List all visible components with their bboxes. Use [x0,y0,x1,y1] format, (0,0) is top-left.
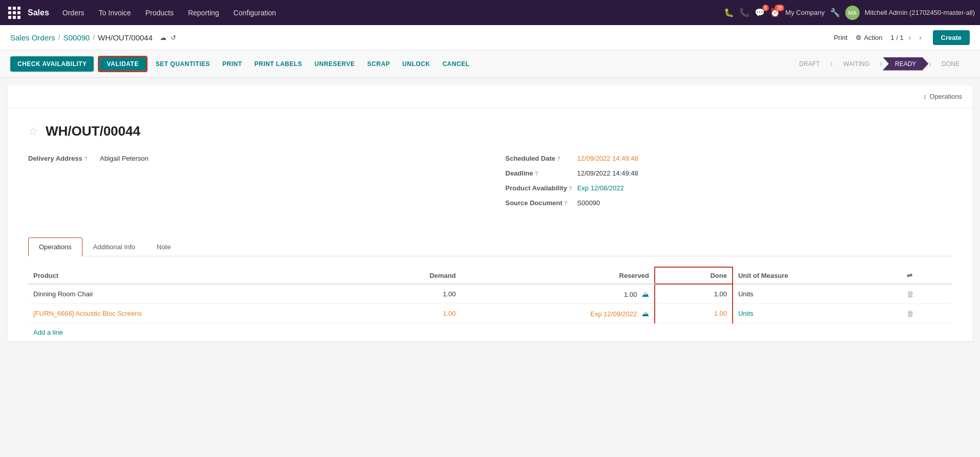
tab-operations[interactable]: Operations [28,237,82,256]
filter-options-icon[interactable]: ⇌ [907,272,912,279]
source-document-value: S00090 [577,199,600,207]
settings-icon[interactable]: 🔧 [830,8,840,17]
delete-row1[interactable]: 🗑 [902,284,952,304]
cloud-save-icon[interactable]: ☁ [160,34,166,41]
delete-row2-button[interactable]: 🗑 [907,309,914,318]
favorite-star-icon[interactable]: ☆ [28,125,38,138]
breadcrumb-bar: Sales Orders / S00090 / WH/OUT/00044 ☁ ↺… [0,25,980,50]
table-row: [FURN_6666] Acoustic Bloc Screens 1.00 E… [28,304,952,323]
print-button[interactable]: Print [834,34,848,41]
user-name[interactable]: Mitchell Admin (21702450-master-all) [865,9,975,16]
deadline-value[interactable]: 12/09/2022 14:49:48 [577,169,638,177]
deadline-label: Deadline ? [506,169,572,177]
help-icon-deadline[interactable]: ? [535,170,538,177]
nav-reporting[interactable]: Reporting [182,6,225,20]
delivery-address-value[interactable]: Abigail Peterson [100,155,149,162]
brand-label[interactable]: Sales [28,8,49,17]
help-icon-scheduled[interactable]: ? [557,156,560,162]
next-record-button[interactable]: › [916,33,924,42]
operations-header-bar: ↕ Operations [8,85,972,108]
delivery-address-field: Delivery Address ? Abigail Peterson [28,155,475,162]
bug-icon[interactable]: 🐛 [724,8,734,17]
messages-badge: 8 [762,5,769,11]
product-availability-value: Exp 12/08/2022 [577,184,624,192]
form-right-col: Scheduled Date ? 12/09/2022 14:49:48 Dea… [506,155,952,214]
nav-orders[interactable]: Orders [56,6,91,20]
col-header-demand: Demand [359,267,461,284]
uom-row2: Units [733,304,902,323]
apps-menu-button[interactable] [5,4,24,22]
tab-note[interactable]: Note [146,237,181,256]
status-done: DONE [931,57,970,71]
operations-sidebar-label[interactable]: ↕ Operations [923,93,962,100]
nav-products[interactable]: Products [139,6,180,20]
record-title: WH/OUT/00044 [46,123,140,139]
tabs-container: Operations Additional Info Note [28,237,952,256]
print-button[interactable]: PRINT [218,56,246,72]
col-header-done: Done [655,267,733,284]
phone-icon[interactable]: 📞 [739,8,749,17]
table-row: Dinning Room Chair 1.00 1.00 ⛰ 1.00 Unit… [28,284,952,304]
operations-table: Product Demand Reserved Done Unit of Mea… [28,267,952,323]
breadcrumb-s00090[interactable]: S00090 [63,33,90,42]
col-header-reserved: Reserved [461,267,655,284]
main-content: ↕ Operations ☆ WH/OUT/00044 Delivery Add… [0,85,980,341]
breadcrumb-actions: ☁ ↺ [160,34,176,41]
check-availability-button[interactable]: CHECK AVAILABILITY [10,56,94,72]
breadcrumb-right-actions: Print ⚙ Action 1 / 1 ‹ › Create [834,30,970,45]
scrap-button[interactable]: SCRAP [363,56,394,72]
set-quantities-button[interactable]: SET QUANTITIES [152,56,214,72]
messages-badge-wrap[interactable]: 💬 8 [755,8,765,17]
print-labels-button[interactable]: PRINT LABELS [251,56,306,72]
nav-configuration[interactable]: Configuration [227,6,282,20]
activities-badge-wrap[interactable]: ⏰ 38 [770,8,780,17]
source-document-field: Source Document ? S00090 [506,199,952,207]
help-icon-source[interactable]: ? [564,200,568,206]
product-availability-label: Product Availability ? [506,184,572,192]
deadline-field: Deadline ? 12/09/2022 14:49:48 [506,169,952,177]
tab-additional-info[interactable]: Additional Info [82,237,146,256]
unlock-button[interactable]: UNLOCK [398,56,434,72]
company-name[interactable]: My Company [785,9,825,16]
product-name-row2[interactable]: [FURN_6666] Acoustic Bloc Screens [28,304,359,323]
nav-to-invoice[interactable]: To Invoice [93,6,137,20]
scheduled-date-value[interactable]: 12/09/2022 14:49:48 [577,155,638,162]
topnav-right: 🐛 📞 💬 8 ⏰ 38 My Company 🔧 MA Mitchell Ad… [724,6,975,20]
cancel-button[interactable]: CANCEL [439,56,474,72]
undo-icon[interactable]: ↺ [171,34,176,41]
col-header-actions: ⇌ [902,267,952,284]
delete-row2[interactable]: 🗑 [902,304,952,323]
forecast-icon-row1[interactable]: ⛰ [642,290,649,298]
done-row1: 1.00 [655,284,733,304]
add-line-button[interactable]: Add a line [28,323,68,341]
col-header-uom: Unit of Measure [733,267,902,284]
sort-icon: ↕ [923,93,927,100]
user-avatar[interactable]: MA [845,6,860,20]
product-availability-field: Product Availability ? Exp 12/08/2022 [506,184,952,192]
scheduled-date-field: Scheduled Date ? 12/09/2022 14:49:48 [506,155,952,162]
action-button[interactable]: ⚙ Action [856,34,882,41]
form-body: ☆ WH/OUT/00044 Delivery Address ? Abigai… [8,108,972,237]
prev-record-button[interactable]: ‹ [906,33,914,42]
top-navigation: Sales Orders To Invoice Products Reporti… [0,0,980,25]
help-icon-delivery[interactable]: ? [84,156,88,162]
help-icon-availability[interactable]: ? [569,185,572,191]
apps-grid-icon [8,7,20,19]
record-navigation: 1 / 1 ‹ › [891,33,925,42]
breadcrumb-sales-orders[interactable]: Sales Orders [10,33,55,42]
activities-badge: 38 [775,5,784,11]
reserved-row2: Exp 12/09/2022 ⛰ [461,304,655,323]
status-draft: DRAFT [789,57,830,71]
validate-button[interactable]: VALIDATE [98,56,147,72]
uom-row1: Units [733,284,902,304]
status-pipeline: DRAFT › WAITING › READY › DONE [789,57,970,71]
unreserve-button[interactable]: UNRESERVE [310,56,359,72]
product-name-row1[interactable]: Dinning Room Chair [28,284,359,304]
create-button[interactable]: Create [933,30,970,45]
delete-row1-button[interactable]: 🗑 [907,290,914,298]
pipeline-arrow-2: › [880,58,883,69]
demand-row1: 1.00 [359,284,461,304]
forecast-icon-row2[interactable]: ⛰ [642,310,649,318]
action-toolbar: CHECK AVAILABILITY VALIDATE SET QUANTITI… [0,50,980,78]
page-count: 1 / 1 [891,34,904,41]
